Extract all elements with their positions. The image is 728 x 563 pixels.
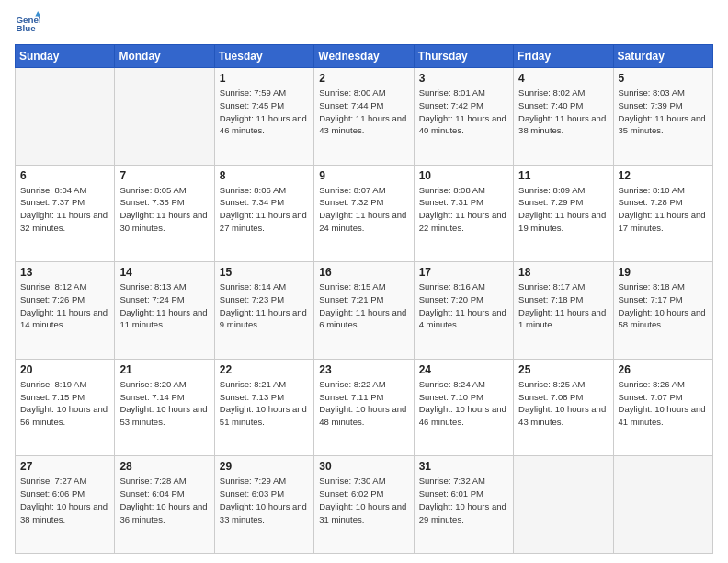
- day-number: 9: [319, 169, 408, 182]
- header: General Blue: [15, 11, 713, 37]
- day-cell: 30Sunrise: 7:30 AM Sunset: 6:02 PM Dayli…: [314, 456, 414, 554]
- day-cell: 6Sunrise: 8:04 AM Sunset: 7:37 PM Daylig…: [16, 165, 115, 262]
- day-number: 17: [419, 266, 508, 279]
- week-row-5: 27Sunrise: 7:27 AM Sunset: 6:06 PM Dayli…: [16, 456, 713, 554]
- day-cell: 26Sunrise: 8:26 AM Sunset: 7:07 PM Dayli…: [613, 359, 712, 456]
- day-info: Sunrise: 8:26 AM Sunset: 7:07 PM Dayligh…: [619, 378, 708, 429]
- day-cell: 2Sunrise: 8:00 AM Sunset: 7:44 PM Daylig…: [314, 68, 414, 166]
- day-cell: 17Sunrise: 8:16 AM Sunset: 7:20 PM Dayli…: [414, 262, 513, 360]
- weekday-header-thursday: Thursday: [414, 45, 513, 68]
- day-number: 22: [220, 363, 309, 376]
- day-cell: 20Sunrise: 8:19 AM Sunset: 7:15 PM Dayli…: [16, 359, 115, 456]
- day-info: Sunrise: 8:18 AM Sunset: 7:17 PM Dayligh…: [619, 281, 708, 331]
- weekday-header-wednesday: Wednesday: [314, 45, 414, 68]
- day-number: 8: [220, 169, 309, 182]
- day-cell: 19Sunrise: 8:18 AM Sunset: 7:17 PM Dayli…: [613, 262, 712, 360]
- day-info: Sunrise: 8:10 AM Sunset: 7:28 PM Dayligh…: [619, 184, 708, 235]
- calendar: SundayMondayTuesdayWednesdayThursdayFrid…: [15, 44, 713, 554]
- svg-text:Blue: Blue: [16, 23, 36, 33]
- day-info: Sunrise: 8:05 AM Sunset: 7:35 PM Dayligh…: [119, 184, 209, 235]
- day-cell: 16Sunrise: 8:15 AM Sunset: 7:21 PM Dayli…: [314, 262, 414, 360]
- day-cell: 31Sunrise: 7:32 AM Sunset: 6:01 PM Dayli…: [414, 456, 513, 554]
- day-info: Sunrise: 8:02 AM Sunset: 7:40 PM Dayligh…: [518, 86, 608, 137]
- day-number: 18: [518, 266, 608, 279]
- day-number: 14: [119, 266, 209, 279]
- day-cell: 18Sunrise: 8:17 AM Sunset: 7:18 PM Dayli…: [514, 262, 613, 360]
- day-cell: 29Sunrise: 7:29 AM Sunset: 6:03 PM Dayli…: [214, 456, 313, 554]
- weekday-header-row: SundayMondayTuesdayWednesdayThursdayFrid…: [16, 45, 713, 68]
- logo-icon: General Blue: [15, 11, 40, 37]
- day-cell: 3Sunrise: 8:01 AM Sunset: 7:42 PM Daylig…: [414, 68, 513, 166]
- week-row-4: 20Sunrise: 8:19 AM Sunset: 7:15 PM Dayli…: [16, 359, 713, 456]
- day-info: Sunrise: 8:01 AM Sunset: 7:42 PM Dayligh…: [419, 86, 508, 137]
- day-info: Sunrise: 8:21 AM Sunset: 7:13 PM Dayligh…: [220, 378, 309, 429]
- day-number: 3: [419, 72, 508, 85]
- day-cell: 27Sunrise: 7:27 AM Sunset: 6:06 PM Dayli…: [16, 456, 115, 554]
- day-info: Sunrise: 8:03 AM Sunset: 7:39 PM Dayligh…: [619, 86, 708, 137]
- day-info: Sunrise: 8:16 AM Sunset: 7:20 PM Dayligh…: [419, 281, 508, 331]
- day-info: Sunrise: 8:14 AM Sunset: 7:23 PM Dayligh…: [220, 281, 309, 331]
- day-number: 20: [20, 363, 109, 376]
- day-info: Sunrise: 7:30 AM Sunset: 6:02 PM Dayligh…: [319, 475, 408, 525]
- day-cell: 15Sunrise: 8:14 AM Sunset: 7:23 PM Dayli…: [214, 262, 313, 360]
- day-cell: 1Sunrise: 7:59 AM Sunset: 7:45 PM Daylig…: [214, 68, 313, 166]
- day-cell: 8Sunrise: 8:06 AM Sunset: 7:34 PM Daylig…: [214, 165, 313, 262]
- day-cell: 7Sunrise: 8:05 AM Sunset: 7:35 PM Daylig…: [115, 165, 214, 262]
- day-cell: 24Sunrise: 8:24 AM Sunset: 7:10 PM Dayli…: [414, 359, 513, 456]
- day-number: 30: [319, 460, 408, 473]
- day-info: Sunrise: 8:17 AM Sunset: 7:18 PM Dayligh…: [518, 281, 608, 331]
- weekday-header-monday: Monday: [115, 45, 214, 68]
- svg-marker-2: [35, 11, 40, 17]
- day-cell: 4Sunrise: 8:02 AM Sunset: 7:40 PM Daylig…: [514, 68, 613, 166]
- day-cell: [514, 456, 613, 554]
- day-number: 7: [119, 169, 209, 182]
- day-info: Sunrise: 8:24 AM Sunset: 7:10 PM Dayligh…: [419, 378, 508, 429]
- day-number: 10: [419, 169, 508, 182]
- day-cell: [613, 456, 712, 554]
- day-cell: 10Sunrise: 8:08 AM Sunset: 7:31 PM Dayli…: [414, 165, 513, 262]
- day-cell: 21Sunrise: 8:20 AM Sunset: 7:14 PM Dayli…: [115, 359, 214, 456]
- day-number: 12: [619, 169, 708, 182]
- day-number: 28: [119, 460, 209, 473]
- day-info: Sunrise: 7:29 AM Sunset: 6:03 PM Dayligh…: [220, 475, 309, 525]
- page-container: General Blue SundayMondayTuesdayWednesda…: [0, 0, 728, 563]
- day-info: Sunrise: 7:28 AM Sunset: 6:04 PM Dayligh…: [119, 475, 209, 525]
- weekday-header-saturday: Saturday: [613, 45, 712, 68]
- day-info: Sunrise: 8:09 AM Sunset: 7:29 PM Dayligh…: [518, 184, 608, 235]
- day-cell: 25Sunrise: 8:25 AM Sunset: 7:08 PM Dayli…: [514, 359, 613, 456]
- day-cell: 23Sunrise: 8:22 AM Sunset: 7:11 PM Dayli…: [314, 359, 414, 456]
- day-cell: 28Sunrise: 7:28 AM Sunset: 6:04 PM Dayli…: [115, 456, 214, 554]
- day-cell: 22Sunrise: 8:21 AM Sunset: 7:13 PM Dayli…: [214, 359, 313, 456]
- day-info: Sunrise: 8:13 AM Sunset: 7:24 PM Dayligh…: [119, 281, 209, 331]
- day-number: 19: [619, 266, 708, 279]
- day-number: 15: [220, 266, 309, 279]
- weekday-header-friday: Friday: [514, 45, 613, 68]
- day-info: Sunrise: 8:12 AM Sunset: 7:26 PM Dayligh…: [20, 281, 109, 331]
- day-cell: 5Sunrise: 8:03 AM Sunset: 7:39 PM Daylig…: [613, 68, 712, 166]
- day-info: Sunrise: 8:08 AM Sunset: 7:31 PM Dayligh…: [419, 184, 508, 235]
- day-info: Sunrise: 7:32 AM Sunset: 6:01 PM Dayligh…: [419, 475, 508, 525]
- day-cell: 13Sunrise: 8:12 AM Sunset: 7:26 PM Dayli…: [16, 262, 115, 360]
- day-number: 29: [220, 460, 309, 473]
- day-number: 23: [319, 363, 408, 376]
- day-number: 6: [20, 169, 109, 182]
- day-number: 1: [220, 72, 309, 85]
- day-number: 26: [619, 363, 708, 376]
- day-info: Sunrise: 8:22 AM Sunset: 7:11 PM Dayligh…: [319, 378, 408, 429]
- weekday-header-sunday: Sunday: [16, 45, 115, 68]
- day-info: Sunrise: 8:25 AM Sunset: 7:08 PM Dayligh…: [518, 378, 608, 429]
- day-number: 13: [20, 266, 109, 279]
- day-cell: [115, 68, 214, 166]
- day-number: 11: [518, 169, 608, 182]
- weekday-header-tuesday: Tuesday: [214, 45, 313, 68]
- day-number: 4: [518, 72, 608, 85]
- day-info: Sunrise: 8:06 AM Sunset: 7:34 PM Dayligh…: [220, 184, 309, 235]
- day-number: 25: [518, 363, 608, 376]
- day-info: Sunrise: 8:04 AM Sunset: 7:37 PM Dayligh…: [20, 184, 109, 235]
- day-number: 5: [619, 72, 708, 85]
- day-info: Sunrise: 8:07 AM Sunset: 7:32 PM Dayligh…: [319, 184, 408, 235]
- day-number: 16: [319, 266, 408, 279]
- day-number: 31: [419, 460, 508, 473]
- day-info: Sunrise: 7:27 AM Sunset: 6:06 PM Dayligh…: [20, 475, 109, 525]
- day-info: Sunrise: 7:59 AM Sunset: 7:45 PM Dayligh…: [220, 86, 309, 137]
